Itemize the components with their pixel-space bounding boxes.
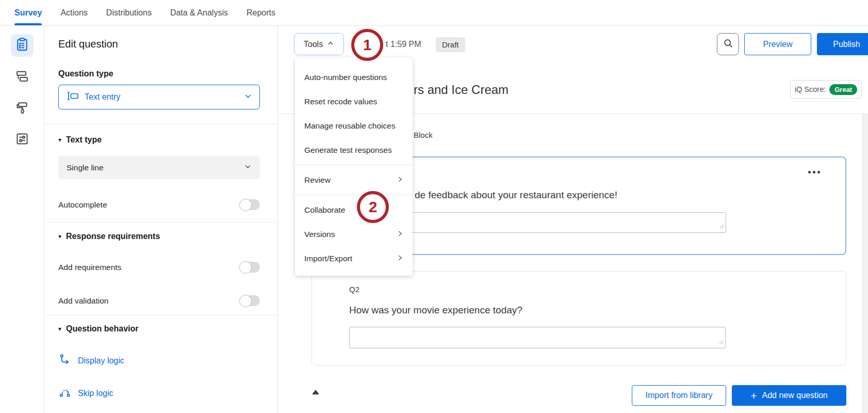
menu-item-versions[interactable]: Versions <box>295 222 413 246</box>
menu-item-reusable-choices[interactable]: Manage reusable choices <box>295 114 413 138</box>
menu-item-review-label: Review <box>304 176 331 185</box>
app-window: Survey Actions Distributions Data & Anal… <box>0 0 868 413</box>
question-block-label[interactable]: Block <box>414 131 433 139</box>
section-text-type-label: Text type <box>66 135 102 145</box>
blocks-flow-icon <box>15 69 29 85</box>
chevron-down-icon <box>244 92 252 102</box>
q2-question-text: How was your movie experience today? <box>349 305 522 316</box>
question-card-q2[interactable]: Q2 How was your movie experience today? <box>312 271 846 366</box>
question-type-label: Question type <box>58 69 113 78</box>
chevron-right-icon <box>397 176 403 185</box>
q1-question-text: de feedback about your restaurant experi… <box>415 189 617 201</box>
iq-score-label: iQ Score: <box>795 85 826 93</box>
iq-score-value-badge: Great <box>829 84 857 95</box>
tab-distributions[interactable]: Distributions <box>106 0 152 25</box>
resize-grip-icon[interactable] <box>719 337 724 346</box>
q2-number-label: Q2 <box>349 285 359 294</box>
rail-item-survey-flow[interactable] <box>11 66 34 88</box>
text-entry-icon <box>66 91 79 103</box>
add-new-question-button[interactable]: + Add new question <box>732 385 846 406</box>
survey-title: rs and Ice Cream <box>414 83 509 97</box>
chevron-up-icon <box>327 40 334 49</box>
menu-item-reset-recode[interactable]: Reset recode values <box>295 89 413 114</box>
vertical-scrollbar[interactable] <box>862 114 868 413</box>
section-question-behavior-label: Question behavior <box>66 324 138 333</box>
section-response-requirements[interactable]: ▾ Response requirements <box>58 232 160 241</box>
menu-item-versions-label: Versions <box>304 230 335 239</box>
left-icon-rail <box>0 26 44 413</box>
search-button[interactable] <box>717 33 739 55</box>
add-new-question-label: Add new question <box>762 391 828 400</box>
text-type-select[interactable]: Single line <box>58 156 260 179</box>
settings-sliders-icon <box>15 132 29 148</box>
add-requirements-label: Add requirements <box>58 263 121 272</box>
skip-logic-link[interactable]: Skip logic <box>59 386 113 400</box>
publish-button[interactable]: Publish <box>817 33 868 55</box>
tools-button-label: Tools <box>304 40 323 49</box>
display-logic-label: Display logic <box>78 356 124 366</box>
edit-question-panel: Edit question Question type Text entry ▾… <box>44 26 278 413</box>
skip-logic-label: Skip logic <box>78 389 113 398</box>
main-content: Tools t 1:59 PM Draft Preview Publish rs… <box>278 26 868 413</box>
status-badge-draft: Draft <box>436 37 465 52</box>
chevron-down-icon <box>244 163 252 172</box>
rail-item-look-feel[interactable] <box>11 97 34 120</box>
text-type-value: Single line <box>67 163 104 172</box>
q2-answer-input[interactable] <box>349 327 726 348</box>
tab-actions[interactable]: Actions <box>60 0 87 25</box>
section-text-type[interactable]: ▾ Text type <box>58 135 102 145</box>
menu-divider <box>295 165 413 165</box>
panel-divider <box>44 315 277 315</box>
menu-divider <box>295 195 413 195</box>
menu-item-review[interactable]: Review <box>295 168 413 192</box>
paint-roller-icon <box>15 100 29 117</box>
tab-survey[interactable]: Survey <box>14 0 42 25</box>
menu-item-auto-number[interactable]: Auto-number questions <box>295 65 413 89</box>
preview-button[interactable]: Preview <box>744 33 811 55</box>
autocomplete-toggle[interactable] <box>239 199 260 210</box>
more-options-icon[interactable] <box>808 171 820 173</box>
menu-item-import-export[interactable]: Import/Export <box>295 246 413 271</box>
menu-item-test-responses[interactable]: Generate test responses <box>295 138 413 162</box>
plus-icon: + <box>750 390 757 401</box>
menu-item-import-export-label: Import/Export <box>304 254 352 263</box>
add-requirements-row: Add requirements <box>58 262 260 273</box>
question-type-value: Text entry <box>85 92 120 102</box>
add-validation-toggle[interactable] <box>239 295 260 306</box>
rail-item-survey-options[interactable] <box>11 129 34 151</box>
add-validation-row: Add validation <box>58 295 260 306</box>
collapse-caret-icon: ▾ <box>58 233 61 240</box>
panel-divider <box>44 124 277 124</box>
import-from-library-button[interactable]: Import from library <box>632 385 726 406</box>
display-logic-link[interactable]: Display logic <box>59 354 124 368</box>
chevron-right-icon <box>397 254 403 263</box>
menu-item-collaborate[interactable]: Collaborate <box>295 198 413 222</box>
iq-score-widget[interactable]: iQ Score: Great <box>790 80 862 99</box>
collapse-block-arrow[interactable] <box>312 390 319 394</box>
tab-data-analysis[interactable]: Data & Analysis <box>170 0 228 25</box>
chevron-right-icon <box>397 230 403 239</box>
tools-dropdown-menu: Auto-number questions Reset recode value… <box>295 58 413 276</box>
panel-divider <box>44 222 277 223</box>
panel-title: Edit question <box>58 38 118 50</box>
display-logic-icon <box>59 354 71 368</box>
question-type-select[interactable]: Text entry <box>58 85 260 109</box>
add-requirements-toggle[interactable] <box>239 262 260 273</box>
tab-reports[interactable]: Reports <box>247 0 275 25</box>
tools-button[interactable]: Tools <box>294 33 344 55</box>
annotation-circle-1: 1 <box>351 29 383 61</box>
annotation-circle-2: 2 <box>357 191 389 223</box>
autocomplete-row: Autocomplete <box>58 199 260 210</box>
clipboard-builder-icon <box>15 37 29 54</box>
section-question-behavior[interactable]: ▾ Question behavior <box>58 324 139 333</box>
section-response-requirements-label: Response requirements <box>66 232 160 241</box>
add-validation-label: Add validation <box>58 296 108 306</box>
search-icon <box>723 38 734 51</box>
skip-logic-icon <box>59 386 71 400</box>
rail-item-survey-builder[interactable] <box>11 34 34 57</box>
last-saved-text: t 1:59 PM <box>386 40 421 49</box>
collapse-caret-icon: ▾ <box>58 136 61 144</box>
collapse-caret-icon: ▾ <box>58 325 61 332</box>
resize-grip-icon[interactable] <box>719 221 724 231</box>
autocomplete-label: Autocomplete <box>58 200 107 210</box>
